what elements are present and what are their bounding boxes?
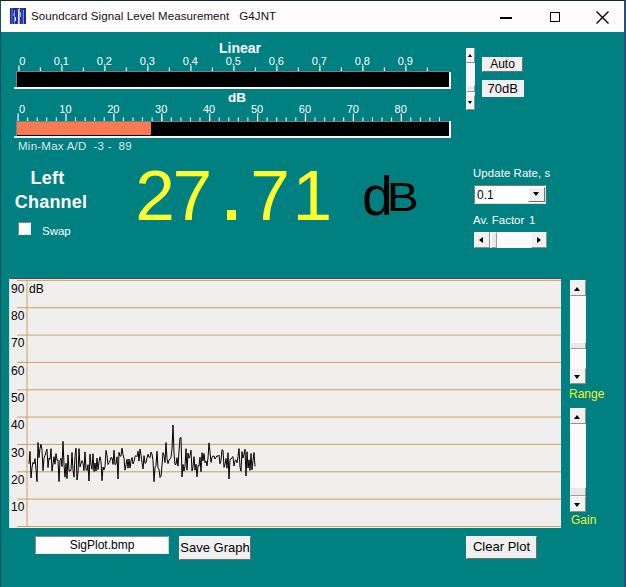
svg-text:50: 50 (11, 391, 25, 405)
svg-text:dB: dB (228, 90, 246, 105)
svg-text:0: 0 (19, 103, 25, 115)
svg-text:40: 40 (11, 418, 25, 432)
svg-text:30: 30 (155, 103, 167, 115)
svg-text:0.7: 0.7 (312, 55, 327, 67)
svg-text:80: 80 (11, 309, 25, 323)
svg-text:20: 20 (107, 103, 119, 115)
svg-text:70: 70 (347, 103, 359, 115)
svg-text:10: 10 (11, 500, 25, 514)
svg-text:0.4: 0.4 (183, 55, 198, 67)
svg-text:0.5: 0.5 (226, 55, 241, 67)
svg-text:0.2: 0.2 (97, 55, 112, 67)
svg-text:60: 60 (299, 103, 311, 115)
svg-text:0.8: 0.8 (355, 55, 370, 67)
svg-text:70: 70 (11, 336, 25, 350)
svg-text:90: 90 (11, 282, 25, 296)
svg-text:80: 80 (395, 103, 407, 115)
svg-text:0.6: 0.6 (269, 55, 284, 67)
svg-text:0.9: 0.9 (398, 55, 413, 67)
svg-text:0: 0 (19, 55, 25, 67)
svg-text:0.3: 0.3 (140, 55, 155, 67)
svg-text:60: 60 (11, 364, 25, 378)
svg-text:10: 10 (59, 103, 71, 115)
svg-text:dB: dB (29, 282, 44, 296)
svg-text:20: 20 (11, 473, 25, 487)
svg-text:Linear: Linear (219, 40, 262, 56)
svg-text:40: 40 (203, 103, 215, 115)
svg-text:30: 30 (11, 446, 25, 460)
svg-text:0.1: 0.1 (54, 55, 69, 67)
svg-text:50: 50 (251, 103, 263, 115)
